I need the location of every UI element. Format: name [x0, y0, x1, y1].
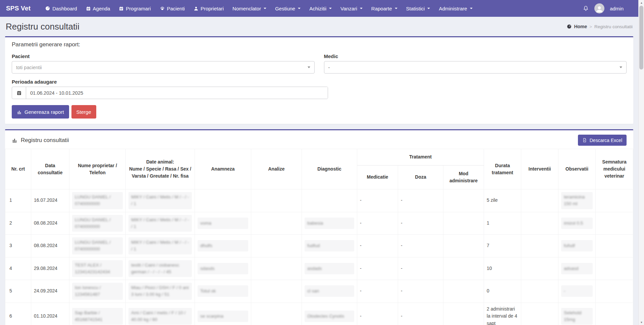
cell-semnatura [596, 235, 633, 258]
nav-item-nomenclator[interactable]: Nomenclator [228, 0, 271, 17]
table-row: 524.09.2024Ion Ionescu / 1234561487Miau … [5, 280, 633, 303]
chevron-down-icon [264, 8, 266, 9]
bar-chart-icon [17, 109, 22, 114]
header-semnatura: Semnatura medicului veterinar [596, 149, 633, 189]
nav-item-achizitii[interactable]: Achizitii [305, 0, 336, 17]
descarca-excel-button[interactable]: Descarca Excel [578, 135, 627, 146]
cell-durata: 2 administrari la interval de 4 sapt [484, 303, 521, 325]
cell-animal: testtt / Caini / ciobanesc german / - / … [126, 257, 195, 280]
cell-doza: - [398, 212, 443, 235]
cell-mod [443, 280, 484, 303]
cell-proprietar: LUNGU DANIEL / 0740000000 [69, 212, 126, 235]
nav-item-proprietari[interactable]: Proprietari [189, 0, 228, 17]
chevron-down-icon [470, 8, 473, 9]
top-navbar: SPS Vet DashboardAgendaProgramariPacient… [0, 0, 638, 17]
cell-nr: 3 [5, 235, 31, 258]
username-label[interactable]: admin [610, 6, 624, 11]
cell-data: 01.10.2024 [31, 303, 69, 325]
notifications-bell-icon[interactable] [583, 5, 589, 12]
pacient-select[interactable]: toti pacientii [12, 61, 315, 74]
medic-select[interactable]: - [324, 61, 627, 74]
cell-doza: - [398, 303, 443, 325]
breadcrumb-current: Registru consultatii [594, 24, 633, 29]
scrollbar-down-arrow[interactable]: ▼ [639, 320, 644, 325]
calendar-icon [86, 6, 91, 11]
paw-icon [160, 6, 165, 11]
filters-heading: Parametrii generare raport: [12, 41, 627, 48]
nav-item-administrare[interactable]: Administrare [434, 0, 477, 17]
cell-doza: - [398, 189, 443, 212]
cell-durata: 10 [484, 257, 521, 280]
table-row: 429.08.2024TEST ALEX / 12341423142434tes… [5, 257, 633, 280]
nav-item-vanzari[interactable]: Vanzari [336, 0, 367, 17]
cell-anamneza: Totul ok [195, 280, 251, 303]
nav-item-agenda[interactable]: Agenda [82, 0, 115, 17]
scrollbar-thumb[interactable] [639, 6, 643, 69]
cell-observatii: teramicina 150 ml [558, 189, 596, 212]
cell-durata: 7 [484, 235, 521, 258]
cell-interventii [521, 212, 558, 235]
calendar-icon[interactable] [12, 87, 26, 99]
cell-interventii [521, 235, 558, 258]
page-title: Registru consultatii [6, 21, 79, 32]
header-tratament-group: Tratament [357, 149, 484, 166]
nav-item-programari[interactable]: Programari [114, 0, 155, 17]
nav-item-pacienti[interactable]: Pacienti [155, 0, 189, 17]
perioada-input-group [12, 87, 328, 99]
sterge-button[interactable]: Sterge [71, 105, 96, 119]
header-diagnostic: Diagnostic [302, 149, 357, 189]
user-avatar[interactable] [594, 3, 604, 13]
header-interventii: Interventii [521, 149, 558, 189]
cell-animal: MIKY / Caini / Metis / M / - / - / 1 [126, 235, 195, 258]
chevron-down-icon [620, 66, 622, 68]
file-icon [582, 138, 587, 143]
cell-semnatura [596, 257, 633, 280]
table-row: 308.08.2024LUNGU DANIEL / 0740000000MIKY… [5, 235, 633, 258]
cell-nr: 1 [5, 189, 31, 212]
cell-mod [443, 257, 484, 280]
cell-nr: 2 [5, 212, 31, 235]
chevron-down-icon [427, 8, 430, 9]
genereaza-raport-button[interactable]: Genereaza raport [12, 105, 69, 119]
perioada-label: Perioada adaugare [12, 79, 627, 85]
cell-semnatura [596, 303, 633, 325]
pacient-label: Pacient [12, 53, 315, 59]
chevron-down-icon [395, 8, 397, 9]
bar-chart-icon [12, 137, 17, 143]
cell-analize [251, 235, 302, 258]
cell-analize [251, 189, 302, 212]
cell-observatii: Selehold 15mg [558, 303, 596, 325]
cell-diagnostic: fudfud [302, 235, 357, 258]
report-panel: Registru consultatii Descarca Excel Nr. … [5, 129, 633, 325]
app-window: SPS Vet DashboardAgendaProgramariPacient… [0, 0, 638, 325]
chevron-down-icon [360, 8, 363, 9]
header-durata-tratament: Durata tratament [484, 149, 521, 189]
breadcrumb-separator: > [589, 24, 592, 29]
cell-analize [251, 257, 302, 280]
nav-item-gestiune[interactable]: Gestiune [271, 0, 305, 17]
cell-data: 16.07.2024 [31, 189, 69, 212]
nav-item-statistici[interactable]: Statistici [402, 0, 435, 17]
chevron-down-icon [298, 8, 301, 9]
cell-anamneza: sdasds [195, 257, 251, 280]
cell-medicatie: - [357, 303, 398, 325]
cell-medicatie: - [357, 280, 398, 303]
calendar-icon [119, 6, 124, 11]
header-analize: Analize [251, 149, 302, 189]
cell-interventii [521, 280, 558, 303]
cell-animal: MIKY / Caini / Metis / M / - / - / 1 [126, 212, 195, 235]
nav-item-rapoarte[interactable]: Rapoarte [367, 0, 402, 17]
breadcrumb-home-link[interactable]: Home [567, 24, 587, 29]
perioada-date-range-input[interactable] [26, 87, 328, 99]
scrollbar[interactable]: ▲ ▼ [638, 0, 644, 325]
scrollbar-up-arrow[interactable]: ▲ [639, 0, 644, 5]
cell-medicatie: - [357, 189, 398, 212]
cell-interventii [521, 303, 558, 325]
cell-interventii [521, 257, 558, 280]
cell-anamneza: se scarpina [195, 303, 251, 325]
brand-logo[interactable]: SPS Vet [6, 5, 31, 12]
cell-diagnostic: babesia [302, 212, 357, 235]
cell-animal: Miau / Pisici / DSH / F / 0 ani 3 luni /… [126, 280, 195, 303]
report-parameters-panel: Parametrii generare raport: Pacient toti… [5, 36, 633, 124]
nav-item-dashboard[interactable]: Dashboard [41, 0, 81, 17]
